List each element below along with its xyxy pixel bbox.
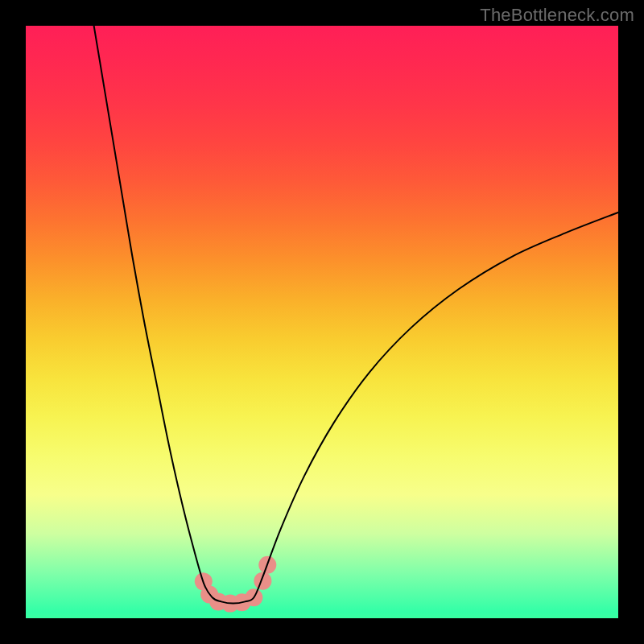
- curve-layer: [94, 26, 618, 604]
- bottleneck-curve: [94, 26, 618, 604]
- watermark-label: TheBottleneck.com: [480, 5, 634, 26]
- chart-frame: TheBottleneck.com: [0, 0, 644, 644]
- plot-area: [26, 26, 618, 618]
- curve-overlay: [26, 26, 618, 618]
